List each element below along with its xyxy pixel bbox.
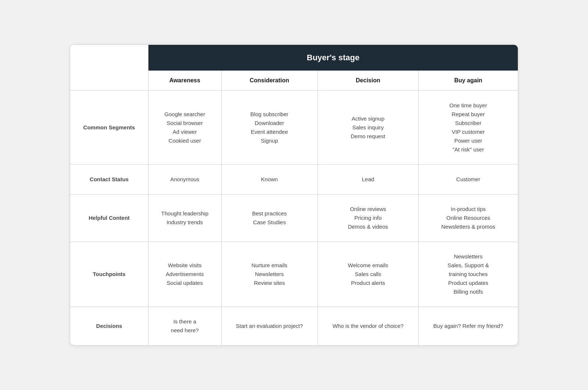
awareness-header: Awareness bbox=[148, 71, 222, 91]
table-row: DecisionsIs there aneed here?Start an ev… bbox=[70, 307, 518, 346]
decision-header: Decision bbox=[318, 71, 419, 91]
cell-0-consideration: Blog subscriberDownloaderEvent attendeeS… bbox=[221, 91, 318, 165]
buyers-stage-table: Buyer's stage Awareness Consideration De… bbox=[70, 44, 518, 346]
cell-4-awareness: Is there aneed here? bbox=[148, 307, 222, 346]
cell-1-awareness: Anonymous bbox=[148, 165, 222, 194]
cell-3-buy_again: NewslettersSales, Support &training touc… bbox=[419, 242, 518, 307]
empty-subheader bbox=[70, 71, 148, 91]
cell-4-decision: Who is the vendor of choice? bbox=[318, 307, 419, 346]
buyers-stage-title: Buyer's stage bbox=[148, 45, 518, 71]
header-empty-cell bbox=[70, 45, 148, 71]
row-label-2: Helpful Content bbox=[70, 194, 148, 242]
cell-1-consideration: Known bbox=[221, 165, 318, 194]
row-label-0: Common Segments bbox=[70, 91, 148, 165]
buy-again-header: Buy again bbox=[419, 71, 518, 91]
cell-0-buy_again: One time buyerRepeat buyerSubscriberVIP … bbox=[419, 91, 518, 165]
row-label-4: Decisions bbox=[70, 307, 148, 346]
cell-3-awareness: Website visitsAdvertisementsSocial updat… bbox=[148, 242, 222, 307]
table-row: Contact StatusAnonymousKnownLeadCustomer bbox=[70, 165, 518, 194]
table-row: TouchpointsWebsite visitsAdvertisementsS… bbox=[70, 242, 518, 307]
cell-2-consideration: Best practicesCase Studies bbox=[221, 194, 318, 242]
cell-2-decision: Online reviewsPricing infoDemos & videos bbox=[318, 194, 419, 242]
table-row: Common SegmentsGoogle searcherSocial bro… bbox=[70, 91, 518, 165]
cell-0-awareness: Google searcherSocial browserAd viewerCo… bbox=[148, 91, 222, 165]
column-headers-row: Awareness Consideration Decision Buy aga… bbox=[70, 71, 518, 91]
cell-4-consideration: Start an evaluation project? bbox=[221, 307, 318, 346]
table-row: Helpful ContentThought leadershipIndustr… bbox=[70, 194, 518, 242]
cell-1-buy_again: Customer bbox=[419, 165, 518, 194]
cell-3-consideration: Nurture emailsNewslettersReview sites bbox=[221, 242, 318, 307]
cell-4-buy_again: Buy again? Refer my friend? bbox=[419, 307, 518, 346]
row-label-1: Contact Status bbox=[70, 165, 148, 194]
main-header-row: Buyer's stage bbox=[70, 45, 518, 71]
row-label-3: Touchpoints bbox=[70, 242, 148, 307]
consideration-header: Consideration bbox=[221, 71, 318, 91]
cell-0-decision: Active signupSales inquiryDemo request bbox=[318, 91, 419, 165]
cell-2-awareness: Thought leadershipIndustry trends bbox=[148, 194, 222, 242]
cell-1-decision: Lead bbox=[318, 165, 419, 194]
cell-2-buy_again: In-product tipsOnline ResourcesNewslette… bbox=[419, 194, 518, 242]
cell-3-decision: Welcome emailsSales callsProduct alerts bbox=[318, 242, 419, 307]
